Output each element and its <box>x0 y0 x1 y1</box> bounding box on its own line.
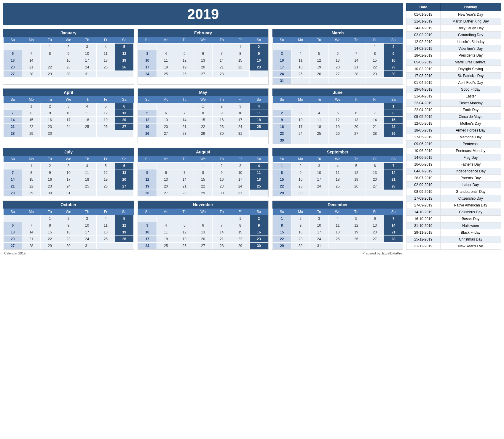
weekday-header: Mo <box>291 37 310 44</box>
holiday-date: 17-03-2019 <box>406 73 441 79</box>
calendar-day <box>310 78 328 84</box>
calendar-day: 2 <box>212 103 231 110</box>
calendar-day: 20 <box>366 229 384 236</box>
calendar-day: 18 <box>250 176 268 183</box>
holiday-row: 21-04-2019Easter <box>406 93 501 100</box>
holiday-row: 19-04-2019Good Friday <box>406 86 501 93</box>
calendar-day: 2 <box>41 163 59 169</box>
weekday-header: Th <box>78 156 96 163</box>
calendar-day: 9 <box>212 110 231 117</box>
calendar-day <box>96 130 115 137</box>
calendar-day: 7 <box>175 110 194 117</box>
calendar-day: 24 <box>59 124 78 130</box>
calendar-day: 5 <box>138 110 157 117</box>
holiday-date: 02-09-2019 <box>406 182 441 188</box>
weekday-header: Fr <box>231 37 250 44</box>
holiday-row: 28-07-2019Parents' Day <box>406 175 501 182</box>
calendar-day: 26 <box>175 243 194 249</box>
calendar-day <box>384 137 403 144</box>
holiday-name: Citizenship Day <box>440 195 501 202</box>
weekday-header: Tu <box>41 209 59 215</box>
calendar-day: 27 <box>194 243 213 249</box>
calendar-day: 10 <box>273 57 291 64</box>
calendar-day: 15 <box>22 176 41 183</box>
calendar-day: 27 <box>366 183 384 190</box>
holiday-name: Mother's Day <box>440 120 501 127</box>
weekday-header: We <box>59 156 78 163</box>
holiday-date: 05-03-2019 <box>406 59 441 66</box>
calendar-day: 29 <box>273 190 291 197</box>
calendar-day: 17 <box>78 229 96 236</box>
weekday-header: Su <box>273 156 291 163</box>
calendar-day: 10 <box>138 57 157 64</box>
holiday-row: 18-05-2019Armed Forces Day <box>406 127 501 134</box>
calendar-day: 12 <box>138 176 157 183</box>
calendar-day: 6 <box>4 222 22 229</box>
weekday-header: Fr <box>231 156 250 163</box>
calendar-day: 6 <box>4 50 22 57</box>
calendar-day: 25 <box>157 71 175 78</box>
calendar-day: 26 <box>96 124 115 130</box>
weekday-header: Mo <box>22 96 41 103</box>
holiday-date: 16-06-2019 <box>406 161 441 168</box>
weekday-header: Th <box>347 96 366 103</box>
month-table: SuMoTuWeThFrSa12345678910111213141516171… <box>3 156 134 197</box>
calendar-day: 12 <box>175 57 194 64</box>
calendar-day: 25 <box>78 124 96 130</box>
calendar-day <box>366 243 384 249</box>
month-title: November <box>138 201 268 209</box>
calendar-day: 30 <box>291 243 310 249</box>
weekday-header: Su <box>138 96 157 103</box>
calendar-day <box>212 215 231 222</box>
weekday-header: Tu <box>175 96 194 103</box>
weekday-header: Tu <box>310 209 328 215</box>
weekday-header: Th <box>78 209 96 215</box>
calendar-day: 2 <box>384 44 403 50</box>
month-block-march: MarchSuMoTuWeThFrSa123456789101112131415… <box>272 29 403 85</box>
weekday-header: Mo <box>157 209 175 215</box>
calendar-day: 4 <box>96 44 115 50</box>
holiday-row: 05-05-2019Cinco de Mayo <box>406 113 501 120</box>
calendar-day: 27 <box>115 124 134 130</box>
calendar-day <box>328 190 347 197</box>
weekday-header: Fr <box>366 156 384 163</box>
holiday-name: Black Friday <box>440 229 501 236</box>
calendar-day <box>328 243 347 249</box>
calendar-day: 13 <box>157 117 175 124</box>
calendar-day: 21 <box>4 124 22 130</box>
calendar-day: 1 <box>231 215 250 222</box>
calendar-day <box>310 190 328 197</box>
holiday-row: 02-09-2019Labor Day <box>406 182 501 188</box>
calendar-day: 20 <box>157 124 175 130</box>
calendar-day: 19 <box>96 176 115 183</box>
calendar-day: 27 <box>115 183 134 190</box>
holiday-name: Groundhog Day <box>440 32 501 39</box>
calendar-day: 13 <box>4 57 22 64</box>
calendar-day: 12 <box>96 169 115 176</box>
calendar-day: 15 <box>273 229 291 236</box>
holiday-row: 25-12-2019Christmas Day <box>406 236 501 243</box>
calendar-day: 15 <box>194 176 213 183</box>
calendar-day: 26 <box>115 64 134 71</box>
calendar-day: 7 <box>212 50 231 57</box>
holiday-row: 01-04-2019April Fool's Day <box>406 79 501 86</box>
calendar-day: 10 <box>310 222 328 229</box>
holiday-date: 21-01-2019 <box>406 18 441 25</box>
calendar-day: 5 <box>347 163 366 169</box>
calendar-day: 28 <box>366 130 384 137</box>
calendar-day: 16 <box>59 57 78 64</box>
calendar-day: 15 <box>22 117 41 124</box>
calendar-day: 10 <box>59 110 78 117</box>
holiday-date: 01-04-2019 <box>406 79 441 86</box>
calendar-day: 14 <box>384 169 403 176</box>
weekday-header: Su <box>273 37 291 44</box>
holiday-row: 14-10-2019Columbus Day <box>406 209 501 216</box>
calendar-day <box>138 163 157 169</box>
calendar-day: 20 <box>194 236 213 243</box>
weekday-header: Tu <box>175 156 194 163</box>
holiday-name: Grandparents' Day <box>440 188 501 195</box>
calendar-day: 21 <box>175 183 194 190</box>
month-table: SuMoTuWeThFrSa12345678910111213141516171… <box>138 96 268 137</box>
calendar-day <box>78 190 96 197</box>
calendar-day: 6 <box>157 110 175 117</box>
